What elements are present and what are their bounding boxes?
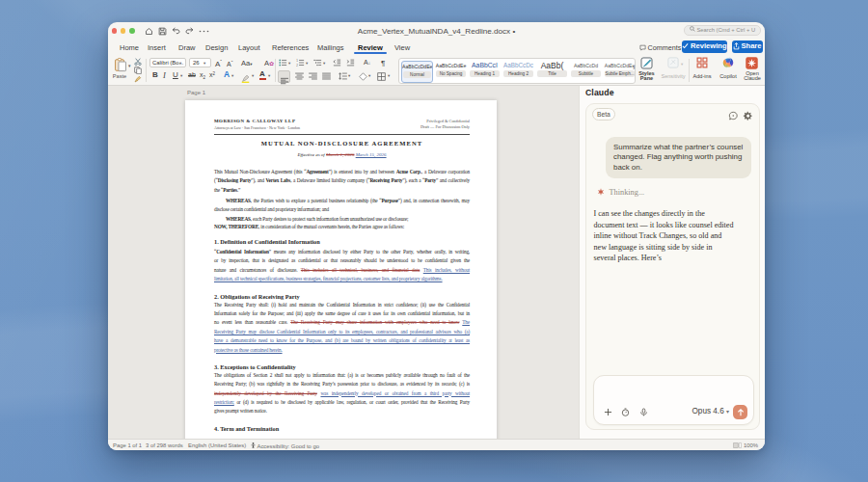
- svg-text:2: 2: [296, 64, 298, 67]
- svg-text:1: 1: [296, 59, 298, 63]
